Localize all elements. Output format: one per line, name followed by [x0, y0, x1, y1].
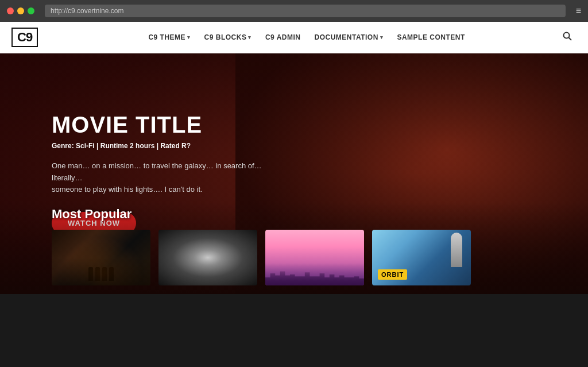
orbit-sign: ORBIT — [378, 269, 407, 280]
url-text: http://c9.covertnine.com — [51, 7, 123, 15]
rocket-shape — [451, 233, 462, 267]
most-popular-title: Most Popular — [52, 207, 536, 222]
minimize-dot[interactable] — [17, 7, 24, 14]
navbar: C9 C9 THEME ▾ C9 BLOCKS ▾ C9 ADMIN DOCUM… — [0, 22, 588, 53]
nav-item-sample-content[interactable]: SAMPLE CONTENT — [391, 30, 470, 45]
chevron-down-icon: ▾ — [248, 34, 252, 40]
address-bar[interactable]: http://c9.covertnine.com — [45, 5, 566, 17]
nav-item-documentation[interactable]: DOCUMENTATION ▾ — [308, 30, 389, 45]
browser-menu-icon[interactable]: ≡ — [576, 6, 581, 16]
movie-meta: Genre: Sci-Fi | Runtime 2 hours | Rated … — [52, 142, 327, 150]
site-logo[interactable]: C9 — [11, 28, 38, 47]
search-icon[interactable] — [558, 29, 577, 45]
most-popular-section: Most Popular ORBIT — [0, 202, 588, 294]
chevron-down-icon: ▾ — [380, 34, 384, 40]
city-silhouette — [265, 265, 364, 285]
browser-dots — [7, 7, 34, 14]
nav-item-c9-admin[interactable]: C9 ADMIN — [260, 30, 307, 45]
svg-line-1 — [569, 38, 572, 41]
browser-chrome: http://c9.covertnine.com ≡ — [0, 0, 588, 22]
nav-item-c9-blocks[interactable]: C9 BLOCKS ▾ — [199, 30, 257, 45]
thumbnail-3[interactable] — [265, 230, 364, 285]
maximize-dot[interactable] — [28, 7, 34, 14]
thumbnail-list: ORBIT — [52, 230, 536, 285]
close-dot[interactable] — [7, 7, 14, 14]
nav-item-c9-theme[interactable]: C9 THEME ▾ — [142, 30, 196, 45]
thumbnail-4[interactable]: ORBIT — [372, 230, 471, 285]
nav-items: C9 THEME ▾ C9 BLOCKS ▾ C9 ADMIN DOCUMENT… — [55, 30, 558, 45]
hero-section: MOVIE TITLE Genre: Sci-Fi | Runtime 2 ho… — [0, 53, 588, 294]
thumbnail-1[interactable] — [52, 230, 150, 285]
movie-title: MOVIE TITLE — [52, 113, 327, 136]
thumbnail-2[interactable] — [158, 230, 257, 285]
chevron-down-icon: ▾ — [187, 34, 191, 40]
thumb-figures — [88, 267, 114, 281]
movie-description: One man… on a mission… to travel the gal… — [52, 160, 270, 196]
svg-point-0 — [564, 33, 570, 38]
